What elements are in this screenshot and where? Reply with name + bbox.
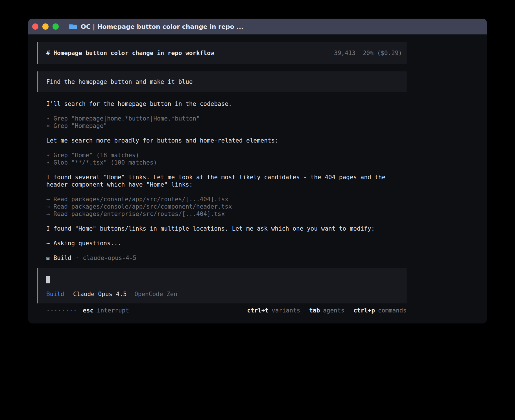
user-message: Find the homepage button and make it blu… (37, 71, 407, 92)
session-header: # Homepage button color change in repo w… (37, 42, 407, 64)
close-button[interactable] (32, 23, 38, 30)
token-count: 39,413 (334, 49, 355, 57)
shortcut-agents: tabagents (309, 307, 344, 314)
assistant-text: I'll search for the homepage button in t… (46, 100, 399, 108)
shortcut-variants: ctrl+tvariants (247, 307, 300, 314)
context-usage: 20% ($0.29) (363, 49, 402, 57)
status-footer: ········ escinterrupt ctrl+tvariants tab… (37, 307, 407, 314)
tool-call-read: → Read packages/console/app/src/routes/[… (46, 196, 399, 203)
conversation: I'll search for the homepage button in t… (37, 100, 487, 262)
session-title: # Homepage button color change in repo w… (46, 49, 214, 57)
esc-key-label: interrupt (97, 307, 129, 314)
terminal-window: OC | Homepage button color change in rep… (28, 19, 487, 323)
prompt-input[interactable]: Build Claude Opus 4.5 OpenCode Zen (37, 268, 407, 303)
tool-call-read: → Read packages/enterprise/src/routes/[.… (46, 210, 399, 218)
input-agent-label: Build (46, 291, 64, 298)
separator-dot: · (75, 254, 79, 262)
text-cursor (46, 276, 50, 283)
agent-icon: ▣ (46, 254, 49, 262)
input-provider-label: OpenCode Zen (134, 291, 177, 298)
model-name: claude-opus-4-5 (83, 254, 136, 262)
user-message-text: Find the homepage button and make it blu… (46, 78, 402, 86)
tool-call-grep: ∗ Grep "Homepage" (46, 122, 399, 130)
window-titlebar[interactable]: OC | Homepage button color change in rep… (28, 19, 487, 34)
agent-status-line: ▣ Build · claude-opus-4-5 (46, 254, 487, 262)
zoom-button[interactable] (53, 23, 59, 30)
assistant-status-text: ~ Asking questions... (46, 240, 399, 247)
tool-call-grep: ∗ Grep "homepage|home.*button|Home.*butt… (46, 115, 399, 122)
model-selector-row: Build Claude Opus 4.5 OpenCode Zen (46, 290, 402, 298)
tool-call-grep: ∗ Grep "Home" (18 matches) (46, 152, 399, 159)
assistant-text: I found several "Home" links. Let me loo… (46, 174, 399, 188)
input-model-label: Claude Opus 4.5 (73, 291, 127, 298)
tool-call-read: → Read packages/console/app/src/componen… (46, 203, 399, 210)
assistant-text: I found "Home" buttons/links in multiple… (46, 225, 399, 232)
tool-call-glob: ∗ Glob "**/*.tsx" (100 matches) (46, 159, 399, 166)
shortcut-commands: ctrl+pcommands (353, 307, 407, 314)
assistant-text: Let me search more broadly for buttons a… (46, 137, 399, 144)
esc-key-hint: esc (83, 307, 93, 314)
agent-name: Build (53, 254, 71, 262)
folder-icon (69, 23, 77, 30)
spinner-dots-icon: ········ (46, 307, 77, 314)
minimize-button[interactable] (42, 23, 49, 30)
window-title: OC | Homepage button color change in rep… (81, 23, 243, 30)
